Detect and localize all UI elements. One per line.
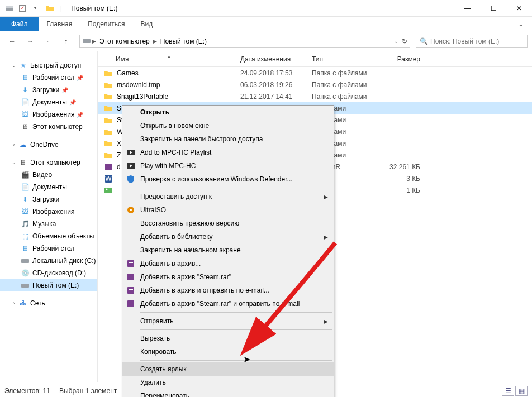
ribbon-tab-share[interactable]: Поделиться <box>80 17 132 31</box>
forward-button[interactable]: → <box>22 34 38 49</box>
tree-this-pc[interactable]: ⌄🖥Этот компьютер <box>0 156 97 169</box>
chevron-right-icon[interactable]: ▶ <box>91 39 97 44</box>
menu-item[interactable]: Вырезать <box>122 332 334 345</box>
close-button[interactable]: ✕ <box>506 0 532 17</box>
tree-item[interactable]: ⬇Загрузки <box>0 193 97 205</box>
tree-item[interactable]: Локальный диск (C:) <box>0 255 97 267</box>
view-details-button[interactable]: ☰ <box>502 386 514 396</box>
menu-item[interactable]: Копировать <box>122 345 334 358</box>
tree-item[interactable]: ⬚Объемные объекты <box>0 230 97 242</box>
menu-item[interactable]: Удалить <box>122 376 334 389</box>
up-button[interactable]: ↑ <box>58 34 74 49</box>
img-icon <box>103 186 113 195</box>
menu-label: Переименовать <box>140 392 189 397</box>
tree-item[interactable]: 📄Документы📌 <box>0 96 97 108</box>
menu-item[interactable]: Добавить в библиотеку▶ <box>122 230 334 243</box>
folder-icon <box>103 151 113 160</box>
qat-dropdown-icon[interactable]: ▾ <box>30 3 40 13</box>
ribbon-tab-view[interactable]: Вид <box>132 17 160 31</box>
tree-item[interactable]: 🎬Видео <box>0 169 97 181</box>
tree-item[interactable]: 🎵Музыка <box>0 218 97 230</box>
breadcrumb[interactable]: Новый том (E:) <box>158 37 209 45</box>
checkbox-icon[interactable]: ✓ <box>19 5 26 12</box>
menu-item[interactable]: Переименовать <box>122 389 334 397</box>
qat-sep: | <box>59 4 61 12</box>
file-row[interactable]: Snagit13Portable21.12.2017 14:41Папка с … <box>98 90 532 102</box>
menu-label: Удалить <box>140 379 166 386</box>
menu-item[interactable]: Add to MPC-HC Playlist <box>122 146 334 159</box>
ribbon-toggle-icon[interactable]: ⌄ <box>510 17 532 31</box>
menu-item[interactable]: Восстановить прежнюю версию <box>122 217 334 230</box>
tree-item[interactable]: 🖼Изображения📌 <box>0 108 97 121</box>
tree-quick-access[interactable]: ⌄★Быстрый доступ <box>0 59 97 71</box>
desktop-icon: 🖥 <box>20 244 30 253</box>
menu-item[interactable]: Открыть в новом окне <box>122 119 334 132</box>
recent-dropdown-icon[interactable]: ⌄ <box>40 34 56 49</box>
folder-icon <box>103 92 113 101</box>
menu-item[interactable]: Открыть <box>122 106 334 119</box>
star-icon: ★ <box>18 61 28 70</box>
pin-icon: 📌 <box>77 75 83 81</box>
address-bar[interactable]: ▶ Этот компьютер ▶ Новый том (E:) ⌄ ↻ <box>79 35 410 48</box>
menu-item[interactable]: Добавить в архив и отправить по e-mail..… <box>122 284 334 297</box>
menu-item[interactable]: Отправить▶ <box>122 314 334 328</box>
documents-icon: 📄 <box>20 98 30 107</box>
menu-item[interactable]: UltraISO <box>122 203 334 217</box>
menu-label: Открыть <box>140 108 169 116</box>
file-size: 32 261 КБ <box>374 163 425 171</box>
menu-label: Отправить <box>140 317 174 325</box>
file-row[interactable]: msdownld.tmp06.03.2018 19:26Папка с файл… <box>98 79 532 90</box>
window-title: Новый том (E:) <box>71 4 117 12</box>
menu-item[interactable]: Закрепить на начальном экране <box>122 243 334 257</box>
tree-item[interactable]: ⬇Загрузки📌 <box>0 84 97 96</box>
svg-rect-16 <box>129 262 133 263</box>
menu-item[interactable]: Добавить в архив "Steam.rar" и отправить… <box>122 297 334 310</box>
chevron-right-icon[interactable]: ▶ <box>152 39 158 44</box>
menu-item[interactable]: Предоставить доступ к▶ <box>122 190 334 203</box>
sort-asc-icon: ▲ <box>167 54 172 59</box>
tree-item[interactable]: 🖼Изображения <box>0 205 97 218</box>
file-row[interactable]: Games24.09.2018 17:53Папка с файлами <box>98 67 532 79</box>
ribbon-tab-file[interactable]: Файл <box>0 17 39 31</box>
menu-item[interactable]: Проверка с использованием Windows Defend… <box>122 173 334 186</box>
tree-item[interactable]: 🖥Рабочий стол <box>0 242 97 255</box>
svg-point-10 <box>106 188 108 190</box>
status-count: Элементов: 11 <box>4 387 50 395</box>
menu-item[interactable]: Создать ярлык <box>122 362 334 376</box>
rar-icon <box>126 259 136 268</box>
menu-item[interactable]: Добавить в архив "Steam.rar" <box>122 270 334 284</box>
svg-rect-20 <box>129 289 133 290</box>
address-dropdown-icon[interactable]: ⌄ <box>394 39 398 44</box>
view-thumbs-button[interactable]: ▦ <box>515 386 528 396</box>
col-size[interactable]: Размер <box>374 55 425 63</box>
downloads-icon: ⬇ <box>20 195 30 204</box>
ribbon-tab-home[interactable]: Главная <box>39 17 80 31</box>
breadcrumb[interactable]: Этот компьютер <box>97 37 152 45</box>
cd-icon: 💿 <box>20 269 30 278</box>
file-size: 1 КБ <box>374 186 425 194</box>
menu-separator <box>140 188 332 188</box>
tree-item[interactable]: 💿CD-дисковод (D:) <box>0 267 97 279</box>
column-headers[interactable]: ▲Имя Дата изменения Тип Размер <box>98 51 532 67</box>
menu-label: Add to MPC-HC Playlist <box>140 149 211 156</box>
menu-label: Play with MPC-HC <box>140 162 196 170</box>
menu-item[interactable]: Добавить в архив... <box>122 257 334 270</box>
submenu-arrow-icon: ▶ <box>324 194 328 200</box>
tree-onedrive[interactable]: ›☁OneDrive <box>0 138 97 151</box>
col-name[interactable]: ▲Имя <box>98 55 240 63</box>
tree-item[interactable]: 🖥Рабочий стол📌 <box>0 71 97 84</box>
maximize-button[interactable]: ☐ <box>481 0 506 17</box>
tree-item-selected[interactable]: Новый том (E:) <box>0 279 97 291</box>
col-date[interactable]: Дата изменения <box>240 55 312 63</box>
menu-item[interactable]: Закрепить на панели быстрого доступа <box>122 132 334 146</box>
refresh-icon[interactable]: ↻ <box>402 37 407 45</box>
search-input[interactable]: 🔍 Поиск: Новый том (E:) <box>416 35 528 48</box>
menu-separator <box>140 312 332 313</box>
tree-item[interactable]: 📄Документы <box>0 181 97 193</box>
back-button[interactable]: ← <box>4 34 20 49</box>
minimize-button[interactable]: — <box>455 0 481 17</box>
tree-item[interactable]: 🖥Этот компьютер <box>0 121 97 133</box>
menu-item[interactable]: Play with MPC-HC <box>122 159 334 173</box>
col-type[interactable]: Тип <box>312 55 374 63</box>
tree-network[interactable]: ›🖧Сеть <box>0 297 97 309</box>
